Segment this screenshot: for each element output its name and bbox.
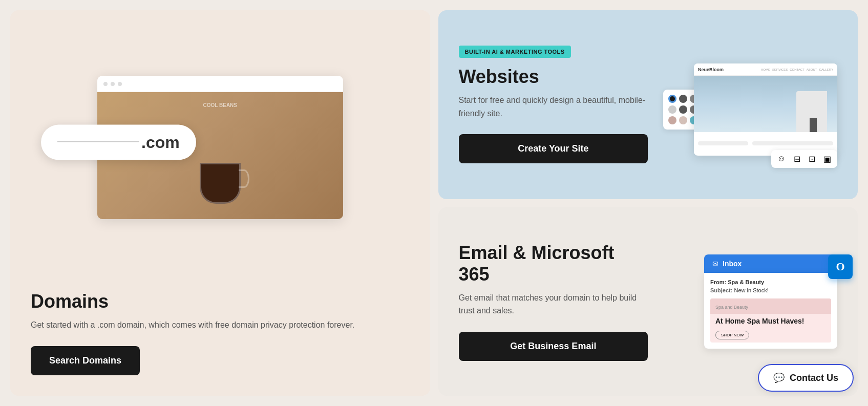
adjust-icon: ⊟ [794,154,800,164]
newsletter-header: Spa and Beauty [710,298,831,314]
inbox-header: ✉ Inbox [704,254,837,273]
domains-content: Domains Get started with a .com domain, … [10,274,430,396]
newsletter-brand: Spa and Beauty [715,305,748,310]
toolbar-icons-panel: ☺ ⊟ ⊡ ▣ [771,150,837,168]
contact-us-label: Contact Us [790,373,838,383]
browser-dot-2 [111,82,115,86]
nav-home: HOME [761,68,770,71]
swatch-medium-gray [679,105,687,114]
nav-gallery: GALLERY [819,68,833,71]
nav-contact: CONTACT [790,68,805,71]
domains-illustration: COOL BEANS .com [10,10,430,274]
email-body: From: Spa & Beauty Subject: New in Stock… [704,273,837,349]
subject-value: New in Stock! [734,287,768,293]
get-business-email-button[interactable]: Get Business Email [459,332,648,361]
email-from-line: From: Spa & Beauty [710,279,831,285]
swatch-black-selected [668,95,676,103]
outlook-letter: O [836,260,844,273]
swatch-rose [668,116,676,124]
domains-title: Domains [31,291,410,312]
from-value: Spa & Beauty [728,279,764,285]
smiley-icon: ☺ [777,154,786,164]
websites-title: Websites [459,66,648,88]
email-newsletter-preview: Spa and Beauty At Home Spa Must Haves! S… [710,298,831,343]
email-subject-line: Subject: New in Stock! [710,287,831,293]
preview-nav-links: HOME SERVICES CONTACT ABOUT GALLERY [761,68,833,71]
email-mockup: ✉ Inbox From: Spa & Beauty Subject: New … [704,254,837,349]
email-title: Email & Microsoft 365 [459,242,648,285]
inbox-envelope-icon: ✉ [712,260,718,268]
search-domains-button[interactable]: Search Domains [31,346,140,375]
building-graphic [694,76,837,132]
main-grid: COOL BEANS .com Domains Get started with… [10,10,858,396]
inbox-label: Inbox [723,260,742,268]
browser-dot-1 [103,82,108,86]
subject-label: Subject: [710,287,732,293]
preview-nav-bar: NeueBloom HOME SERVICES CONTACT ABOUT GA… [694,63,837,76]
swatch-dark-gray [679,95,687,103]
nav-services: SERVICES [772,68,788,71]
ai-tools-badge: BUILT-IN AI & MARKETING TOOLS [459,46,571,58]
newsletter-title: At Home Spa Must Haves! [710,314,831,329]
websites-content: BUILT-IN AI & MARKETING TOOLS Websites S… [459,31,648,179]
contact-us-button[interactable]: 💬 Contact Us [758,364,854,392]
website-preview-mockup: NeueBloom HOME SERVICES CONTACT ABOUT GA… [694,63,837,156]
browser-dot-3 [118,82,122,86]
chat-bubble-icon: 💬 [773,372,785,383]
websites-card: BUILT-IN AI & MARKETING TOOLS Websites S… [438,10,858,199]
websites-description: Start for free and quickly design a beau… [459,94,648,120]
domain-pill: .com [41,125,196,160]
layout-icon: ▣ [823,154,831,164]
create-site-button[interactable]: Create Your Site [459,134,648,163]
domain-tld-text: .com [141,133,180,152]
email-content: Email & Microsoft 365 Get email that mat… [459,228,648,376]
newsletter-cta-button: SHOP NOW [715,331,749,339]
domains-description: Get started with a .com domain, which co… [31,318,410,332]
coffee-cup-graphic [200,163,241,204]
coffee-brand-text: COOL BEANS [203,102,238,109]
from-label: From: [710,279,726,285]
nav-about: ABOUT [807,68,817,71]
swatch-blush [679,116,687,124]
preview-text-line-1 [698,141,748,145]
building-door [810,118,817,132]
swatch-light-gray [668,105,676,114]
crop-icon: ⊡ [809,154,815,164]
email-preview-area: ✉ Inbox From: Spa & Beauty Subject: New … [648,228,837,376]
browser-top-bar [97,76,343,92]
preview-brand-name: NeueBloom [698,67,724,72]
domains-card: COOL BEANS .com Domains Get started with… [10,10,430,396]
email-description: Get email that matches your domain to he… [459,291,648,317]
preview-text-line-2 [752,141,833,145]
preview-hero-image [694,76,837,132]
domain-input-placeholder [57,141,139,142]
websites-preview-area: NeueBloom HOME SERVICES CONTACT ABOUT GA… [648,31,837,179]
outlook-icon-badge: O [828,254,853,279]
